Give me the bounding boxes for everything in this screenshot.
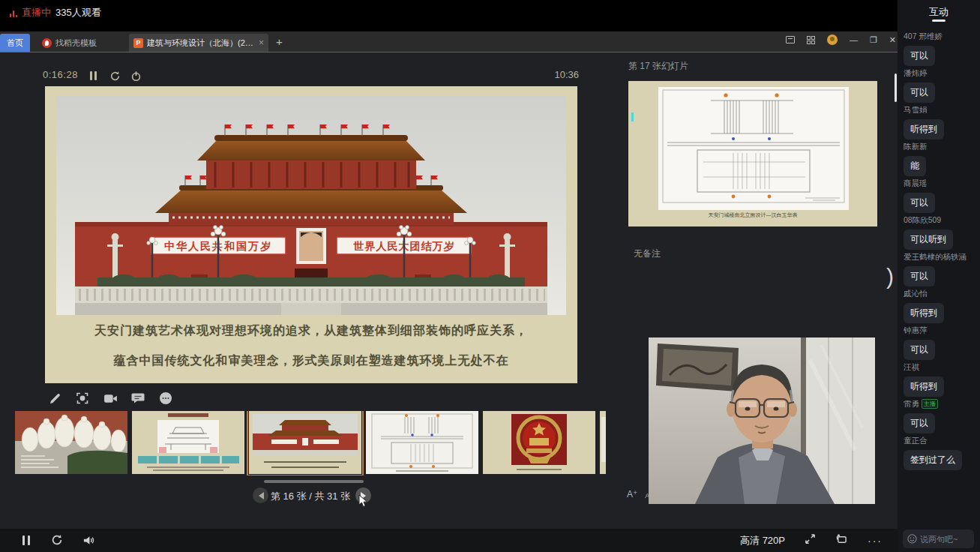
- mouse-cursor: [358, 494, 369, 511]
- apps-grid-icon[interactable]: [807, 36, 815, 44]
- slide-position-label: 第 16 张 / 共 31 张: [268, 490, 352, 503]
- chat-message: 汪祺 听得到: [898, 358, 980, 394]
- emoji-icon[interactable]: [907, 534, 917, 544]
- player-control-bar: 高清 720P ···: [0, 529, 898, 552]
- laser-pointer-icon[interactable]: [74, 390, 91, 406]
- live-signal-icon: [10, 9, 19, 18]
- reload-stream-icon[interactable]: [51, 534, 63, 549]
- chat-message: 雷勇主播 可以: [898, 394, 980, 431]
- font-larger-button[interactable]: A⁺: [627, 489, 637, 500]
- pause-icon[interactable]: [88, 70, 99, 81]
- chat-bubble-icon[interactable]: [130, 390, 146, 406]
- font-smaller-button[interactable]: A: [645, 492, 649, 500]
- chat-message: 爱王鹤棣的杨轶涵 可以: [898, 248, 980, 284]
- chat-message-list[interactable]: 407 邢维娇 可以 潘炜婷 可以 马雪娟 听得到 陈新新 能 商晨瑶 可以 0…: [898, 27, 980, 468]
- close-tab-icon[interactable]: ×: [259, 38, 264, 48]
- live-header: 直播中 335人观看: [0, 0, 898, 32]
- slide-thumbnail-17[interactable]: [366, 411, 478, 474]
- tab-bar: 首页 找稻壳模板 P 建筑与环境设计（北海）(2).pptx × +: [0, 32, 898, 52]
- chat-message: 潘炜婷 可以: [898, 64, 980, 100]
- window-controls: — ❐ ✕: [786, 34, 896, 45]
- elapsed-timer: 0:16:28: [43, 69, 78, 80]
- chat-panel-title: 互动: [898, 5, 980, 19]
- more-options-icon[interactable]: ···: [868, 535, 883, 547]
- teacher-webcam: [649, 338, 875, 504]
- annotation-toolbar: [46, 390, 174, 406]
- next-slide-panel-title: 第 17 张幻灯片: [628, 60, 688, 73]
- chat-message: 08陈欣509 可以听到: [898, 211, 980, 248]
- refresh-icon[interactable]: [109, 70, 120, 81]
- chat-title-underline: [932, 20, 946, 22]
- volume-icon[interactable]: [82, 535, 95, 549]
- previous-slide-button[interactable]: [253, 488, 268, 503]
- new-tab-button[interactable]: +: [276, 35, 283, 48]
- live-status: 直播中: [22, 6, 51, 20]
- tiananmen-photo: 中华人民共和国万岁 世界人民大团结万岁: [56, 96, 566, 315]
- slide-thumbnail-15[interactable]: [132, 411, 244, 474]
- pause-playback-icon[interactable]: [21, 535, 31, 548]
- slide-thumbnail-19-partial[interactable]: [600, 411, 606, 474]
- rotate-screen-icon[interactable]: [835, 533, 848, 548]
- filmstrip-scrollbar[interactable]: [264, 480, 364, 483]
- slide-caption-line2: 蕴含中国传统文化和审美理念，形式美原则在塑造建筑环境上无处不在: [45, 353, 577, 369]
- docer-icon: [42, 38, 52, 48]
- fullscreen-icon[interactable]: [805, 533, 816, 548]
- slide-filmstrip: [15, 411, 609, 476]
- presentation-view-icon[interactable]: [786, 36, 795, 44]
- tab-presentation-file[interactable]: P 建筑与环境设计（北海）(2).pptx ×: [129, 34, 268, 52]
- minimize-button[interactable]: —: [850, 35, 858, 44]
- chat-message: 马雪娟 听得到: [898, 100, 980, 137]
- preview-caption: 天安门城楼南北立面设计—汉白玉华表: [628, 212, 877, 219]
- chat-message: 戚沁怡 听得到: [898, 284, 980, 321]
- tab-home[interactable]: 首页: [0, 34, 30, 52]
- chat-message: 钟惠萍 可以: [898, 321, 980, 358]
- empty-notes-label: 无备注: [634, 248, 661, 260]
- maximize-button[interactable]: ❐: [870, 35, 877, 45]
- camera-icon[interactable]: [102, 390, 118, 406]
- more-tools-icon[interactable]: [157, 390, 174, 406]
- slide-caption-line1: 天安门建筑艺术体现对理想环境的追求，从建筑整体到细部装饰的呼应关系，: [45, 323, 577, 339]
- pencil-icon[interactable]: [46, 390, 63, 406]
- slide-thumbnail-16-selected[interactable]: [249, 411, 361, 474]
- account-avatar[interactable]: [827, 34, 838, 45]
- next-slide-preview[interactable]: 天安门城楼南北立面设计—汉白玉华表: [628, 81, 877, 226]
- wall-clock: 10:36: [504, 69, 579, 80]
- interaction-sidebar: 互动 407 邢维娇 可以 潘炜婷 可以 马雪娟 听得到 陈新新 能 商晨瑶 可…: [898, 0, 980, 552]
- slide-thumbnail-14[interactable]: [15, 411, 127, 474]
- screen: 直播中 335人观看 首页 找稻壳模板 P 建筑与环境设计（北海）(2).ppt…: [0, 0, 980, 552]
- quality-selector[interactable]: 高清 720P: [740, 534, 785, 548]
- chat-message: 陈新新 能: [898, 137, 980, 174]
- chat-message: 407 邢维娇 可以: [898, 27, 980, 64]
- preview-marker: [631, 112, 634, 122]
- chat-input[interactable]: [903, 530, 974, 548]
- slide-thumbnail-18[interactable]: [483, 411, 595, 474]
- elevation-drawing: [658, 87, 849, 210]
- current-slide: 中华人民共和国万岁 世界人民大团结万岁: [45, 86, 577, 383]
- ppt-file-icon: P: [133, 38, 143, 48]
- sidebar-collapse-handle[interactable]: ): [886, 264, 894, 290]
- presentation-stage: 0:16:28 10:36: [0, 52, 898, 529]
- chat-text-field[interactable]: [920, 535, 968, 544]
- tab-docer-templates[interactable]: 找稻壳模板: [36, 34, 124, 52]
- notes-font-size-controls: A⁺ A: [627, 489, 649, 500]
- viewer-count: 335人观看: [55, 6, 101, 20]
- power-icon[interactable]: [130, 70, 141, 81]
- sidebar-scroll-indicator: [895, 74, 897, 102]
- chat-message: 童正合 签到过了么: [898, 431, 980, 468]
- close-window-button[interactable]: ✕: [889, 35, 896, 45]
- chat-message: 商晨瑶 可以: [898, 174, 980, 211]
